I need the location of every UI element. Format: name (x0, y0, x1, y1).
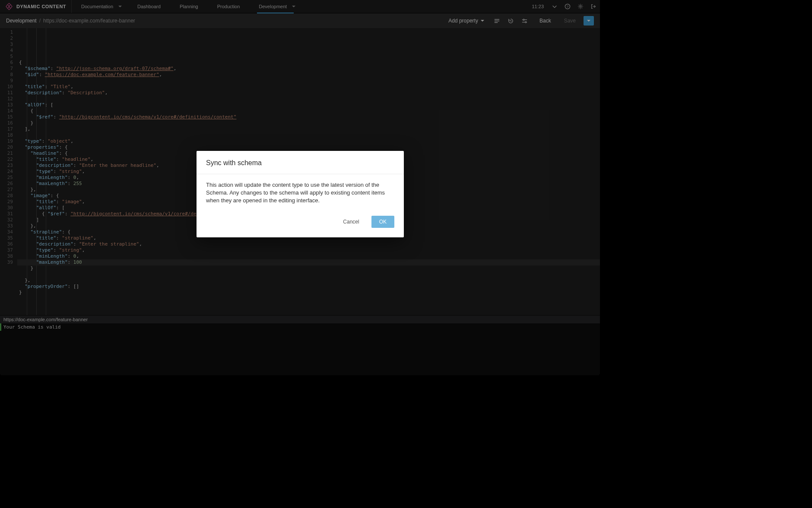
dialog-body: This action will update the content type… (197, 174, 404, 209)
sync-schema-dialog: Sync with schema This action will update… (197, 151, 404, 237)
app-window: DYNAMIC CONTENT Documentation Dashboard … (0, 0, 600, 375)
dialog-title: Sync with schema (197, 151, 404, 174)
dialog-actions: Cancel OK (197, 209, 404, 237)
ok-button[interactable]: OK (371, 216, 394, 228)
cancel-button[interactable]: Cancel (335, 216, 367, 228)
